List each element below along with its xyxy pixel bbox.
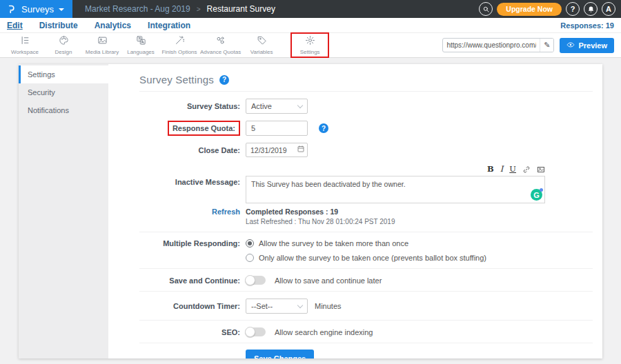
breadcrumb-survey: Restaurant Survey: [207, 4, 275, 14]
grammarly-icon[interactable]: G: [531, 189, 542, 201]
toolbar-item-settings[interactable]: Settings: [290, 32, 329, 58]
tab-analytics[interactable]: Analytics: [95, 21, 131, 30]
image-icon[interactable]: [537, 165, 545, 174]
bold-button[interactable]: B: [487, 165, 494, 174]
breadcrumb-separator: >: [197, 6, 201, 13]
chevron-down-icon: [59, 8, 64, 11]
toolbar-item-label: Languages: [127, 49, 155, 55]
edit-url-button[interactable]: ✎: [540, 39, 553, 52]
radio-allow-once[interactable]: Only allow the survey to be taken once (…: [246, 254, 486, 262]
response-quota-label-wrap: Response Quota:: [139, 121, 246, 136]
preview-button[interactable]: Preview: [560, 38, 614, 53]
notifications-button[interactable]: [584, 2, 598, 16]
countdown-timer-value: --Set--: [251, 302, 273, 310]
divider: [139, 268, 593, 269]
eye-icon: [566, 41, 575, 50]
avatar[interactable]: A: [602, 2, 615, 16]
save-and-continue-toggle[interactable]: [246, 276, 266, 285]
title-help-icon[interactable]: ?: [219, 75, 229, 85]
save-and-continue-label: Save and Continue:: [139, 276, 246, 285]
seo-row: SEO: Allow search engine indexing: [139, 327, 593, 336]
tab-distribute[interactable]: Distribute: [39, 21, 78, 30]
italic-button[interactable]: I: [500, 165, 504, 174]
toolbar-item-label: Advance Quotas: [200, 49, 241, 55]
survey-url-input[interactable]: [443, 41, 540, 49]
toolbar-item-advance-quotas[interactable]: Advance Quotas: [199, 34, 242, 56]
upgrade-now-button[interactable]: Upgrade Now: [497, 3, 562, 16]
response-quota-input[interactable]: [246, 121, 308, 136]
close-date-label: Close Date:: [139, 146, 246, 154]
help-button[interactable]: ?: [566, 2, 580, 16]
tab-edit[interactable]: Edit: [7, 21, 23, 30]
toolbar-item-finish-options[interactable]: Finish Options: [160, 34, 199, 56]
inactive-message-editor: B I U This Survey has been deactivated b…: [246, 164, 545, 203]
survey-status-row: Survey Status: Active: [139, 99, 593, 114]
breadcrumb: Market Research - Aug 2019 > Restaurant …: [85, 4, 275, 14]
languages-icon: [136, 35, 146, 48]
survey-status-value: Active: [251, 102, 272, 110]
surveys-menu[interactable]: Surveys: [0, 0, 72, 18]
toolbar-item-label: Media Library: [86, 49, 119, 55]
divider: [139, 343, 593, 343]
refresh-link[interactable]: Refresh: [139, 208, 246, 216]
inactive-message-label: Inactive Message:: [139, 164, 246, 186]
responses-count[interactable]: Responses: 19: [560, 21, 614, 30]
calendar-button[interactable]: [295, 145, 307, 155]
sidebar-item-notifications[interactable]: Notifications: [19, 101, 108, 119]
response-quota-label: Response Quota:: [168, 121, 240, 136]
toolbar-item-languages[interactable]: Languages: [121, 34, 160, 56]
media-library-icon: [97, 35, 108, 48]
settings-gear-icon: [305, 35, 315, 48]
settings-card: Settings Security Notifications Survey S…: [19, 64, 602, 358]
underline-button[interactable]: U: [509, 165, 516, 174]
seo-toggle[interactable]: [246, 327, 266, 336]
product-name: Surveys: [21, 4, 54, 14]
link-icon[interactable]: [522, 165, 531, 174]
close-date-input[interactable]: [246, 146, 295, 154]
toolbar-item-label: Workspace: [11, 49, 39, 55]
toolbar-item-media-library[interactable]: Media Library: [83, 34, 121, 56]
inactive-message-textarea[interactable]: This Survey has been deactivated by the …: [246, 176, 544, 203]
refresh-row: Refresh Completed Responses : 19 Last Re…: [139, 208, 593, 225]
divider: [139, 91, 593, 92]
close-date-box: [246, 143, 308, 157]
refresh-info: Completed Responses : 19 Last Refreshed …: [246, 208, 395, 225]
seo-label: SEO:: [139, 328, 246, 336]
questionpro-logo-icon: [6, 4, 17, 14]
survey-status-select[interactable]: Active: [246, 99, 308, 114]
nav-tabs: Edit Distribute Analytics Integration: [7, 21, 190, 30]
survey-url-box: ✎: [442, 38, 554, 52]
save-changes-button[interactable]: Save Changes: [246, 350, 314, 358]
radio-button-checked[interactable]: [246, 239, 254, 247]
bell-icon: [587, 6, 595, 13]
inactive-message-area: This Survey has been deactivated by the …: [246, 176, 545, 203]
countdown-timer-select[interactable]: --Set--: [246, 299, 308, 314]
close-date-row: Close Date:: [139, 143, 593, 157]
topbar-actions: Upgrade Now ? A: [479, 2, 621, 16]
tab-integration[interactable]: Integration: [148, 21, 190, 30]
toolbar-item-workspace[interactable]: Workspace: [6, 34, 44, 56]
settings-main: Survey Settings ? Survey Status: Active …: [108, 64, 602, 358]
radio-allow-multiple[interactable]: Allow the survey to be taken more than o…: [246, 239, 486, 247]
chevron-down-icon: [297, 102, 303, 108]
toolbar-item-design[interactable]: Design: [44, 34, 83, 56]
breadcrumb-folder[interactable]: Market Research - Aug 2019: [85, 4, 190, 14]
divider: [139, 320, 593, 321]
radio-button-unchecked[interactable]: [246, 254, 254, 262]
toolbar-item-label: Variables: [250, 49, 273, 55]
page-title-row: Survey Settings ?: [139, 64, 593, 85]
search-button[interactable]: [479, 2, 493, 16]
divider: [139, 291, 593, 292]
variables-icon: [257, 35, 267, 48]
survey-nav: Edit Distribute Analytics Integration Re…: [0, 18, 621, 33]
quota-help-icon[interactable]: ?: [319, 123, 328, 133]
survey-status-label: Survey Status:: [139, 102, 246, 110]
multiple-responding-options: Allow the survey to be taken more than o…: [246, 239, 486, 262]
radio-label: Allow the survey to be taken more than o…: [259, 239, 408, 247]
sidebar-item-security[interactable]: Security: [19, 83, 108, 101]
multiple-responding-row: Multiple Responding: Allow the survey to…: [139, 239, 593, 262]
sidebar-item-settings[interactable]: Settings: [19, 65, 108, 83]
toggle-knob: [245, 327, 255, 337]
save-and-continue-row: Save and Continue: Allow to save and con…: [139, 276, 593, 285]
toolbar-item-variables[interactable]: Variables: [242, 34, 281, 56]
